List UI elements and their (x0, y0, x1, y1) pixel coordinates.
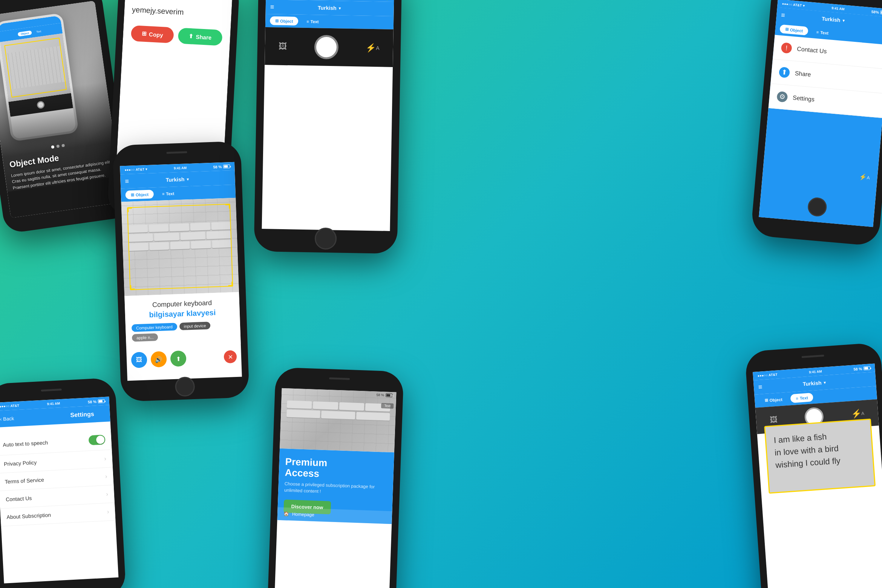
phone8-time: 9:41 AM (809, 369, 822, 374)
phone6-carrier: ●●●○○ AT&T (0, 404, 19, 409)
phone5-blue-bg: ≡ Turkish ▼ ⊞ Object ≡ Text (759, 8, 882, 227)
viewfinder (127, 204, 233, 290)
audio-icon-button[interactable]: 🔊 (150, 351, 167, 367)
subscription-label: About Subscription (6, 512, 51, 520)
copy-button[interactable]: ⊞ Copy (131, 25, 174, 43)
phone7-battery-text: 58 % (377, 393, 384, 397)
phone4-shutter-button[interactable] (314, 35, 338, 59)
phone3-home-button[interactable] (175, 377, 195, 397)
object-icon: ⊞ (131, 192, 134, 197)
chevron-right-icon-2: › (105, 473, 107, 480)
share-icon: ⬆ (188, 33, 194, 40)
phone5-menu-items: ! Contact Us ⬆ Share ⚙ Settings (769, 35, 882, 118)
word-chips: Computer keyboard input device apple n..… (132, 321, 234, 341)
tab-text[interactable]: ≡ Text (157, 189, 180, 198)
share-green-icon: ⬆ (176, 355, 181, 362)
share-menu-icon: ⬆ (779, 67, 790, 78)
chip-computer-keyboard[interactable]: Computer keyboard (132, 323, 177, 332)
phone8-carrier: ●●●○○ AT&T (758, 373, 778, 378)
phone4-home-button[interactable] (315, 227, 337, 250)
phone5-flash-label: A (867, 175, 870, 181)
copy-label: Copy (149, 31, 163, 38)
share-label: Share (196, 33, 212, 40)
poem-text: I am like a fish in love with a bird wis… (773, 428, 865, 471)
phone5-tab-text[interactable]: ≡ Text (811, 27, 834, 38)
phone5-tab-object[interactable]: ⊞ Object (779, 24, 808, 35)
translated-word: bilgisayar klavyesi (131, 308, 234, 320)
settings-icon: ⚙ (776, 91, 788, 103)
key (339, 402, 364, 410)
phone4-tab-text[interactable]: ≡ Text (301, 17, 324, 26)
contact-label: Contact Us (6, 495, 32, 502)
phone5-hamburger-icon[interactable]: ≡ (781, 11, 785, 19)
chip-apple[interactable]: apple n... (132, 333, 158, 341)
phone4-tab-bar: ⊞ Object ≡ Text (265, 14, 394, 29)
speech-toggle[interactable] (89, 435, 106, 445)
phone7-status-overlay: 58 % (377, 393, 393, 397)
share-button[interactable]: ⬆ Share (178, 28, 222, 46)
text-badge: Text (381, 403, 394, 409)
phone8-tab-text[interactable]: ≡ Text (790, 393, 814, 403)
gallery-control-icon[interactable]: 🖼 (279, 41, 287, 51)
phone5-tab-text-label: Text (820, 30, 829, 35)
flash-bolt-icon: ⚡ (366, 43, 376, 53)
share-icon-button[interactable]: ⬆ (170, 351, 186, 367)
phone-camera-large: ●●●○○ AT&T ▾ 9:41 AM 58% 🔋 ≡ Turkish ▼ ⊞… (254, 0, 402, 254)
phone5-object-icon: ⊞ (785, 27, 789, 32)
copy-icon: ⊞ (142, 30, 147, 37)
dot-2 (56, 144, 60, 148)
phone3-battery (223, 164, 230, 168)
back-label: Back (3, 415, 14, 421)
hamburger-icon[interactable]: ≡ (125, 177, 129, 185)
back-arrow-icon: ‹ (0, 416, 2, 422)
phone4-language: Turkish (318, 5, 337, 11)
flash-control-icon[interactable]: ⚡ A (366, 43, 380, 53)
phone5-battery: 58% (871, 9, 879, 14)
tab-object[interactable]: ⊞ Object (125, 190, 154, 199)
phone5-text-icon: ≡ (816, 30, 819, 35)
phone5-flash-icon[interactable]: ⚡ (859, 173, 867, 181)
homepage-item[interactable]: 🏠 Homepage (277, 507, 392, 524)
close-icon-button[interactable]: ✕ (224, 350, 237, 363)
phone5-nav-title: Turkish ▼ (821, 15, 846, 23)
back-button[interactable]: ‹ Back (0, 415, 14, 422)
gallery-icon-button[interactable]: 🖼 (131, 352, 147, 368)
phone4-tab-object[interactable]: ⊞ Object (270, 16, 299, 25)
phone7-keyboard-rows (286, 400, 390, 440)
chevron-right-icon: › (104, 455, 106, 462)
phone5-status-icons: 58% (871, 9, 882, 15)
phone8-tab-object-label: Object (769, 397, 782, 402)
settings-title: Settings (70, 411, 94, 419)
phone8-flash-bolt: ⚡ (851, 409, 862, 419)
phone3-speaker (166, 151, 187, 154)
phone5-language: Turkish (821, 15, 841, 23)
phone4-nav-title: Turkish ▼ (318, 5, 342, 11)
result-text: yemejy.severim (132, 5, 224, 19)
phone3-nav-title: Turkish ▼ (166, 176, 190, 183)
phone4-tab-object-label: Object (280, 18, 293, 23)
phone8-flash-icon[interactable]: ⚡ A (851, 409, 865, 419)
phone4-text-icon: ≡ (306, 19, 309, 23)
phone4-hamburger-icon[interactable]: ≡ (270, 3, 274, 11)
phone8-hamburger-icon[interactable]: ≡ (758, 383, 763, 391)
phone4-screen: ●●●○○ AT&T ▾ 9:41 AM 58% 🔋 ≡ Turkish ▼ ⊞… (262, 0, 394, 231)
phone7-keyboard-bg (280, 388, 396, 453)
phone-menu: ●●●○○ AT&T ▾ 9:41 AM 58% ≡ Turkish ▼ ⊞ (750, 0, 882, 247)
phone3-time: 9:41 AM (174, 166, 187, 170)
phone4-camera-controls: 🖼 ⚡ A (265, 27, 394, 67)
key-row (286, 409, 390, 421)
phone3-camera-view (121, 198, 239, 296)
phone8-dropdown-icon: ▼ (823, 380, 827, 385)
flash-auto-label: A (376, 45, 380, 51)
phone8-speaker (801, 355, 824, 358)
phone5-battery-bar (880, 11, 882, 15)
chevron-right-icon-3: › (106, 491, 108, 498)
chip-input-device[interactable]: input device (179, 322, 210, 330)
phone8-tab-object[interactable]: ⊞ Object (759, 395, 788, 405)
phone-side-button-right (107, 37, 111, 52)
phone-premium: 58 % Text Premium Access Choose a privil… (267, 367, 404, 588)
contact-us-label: Contact Us (797, 46, 827, 55)
translation-result: Computer keyboard bilgisayar klavyesi Co… (124, 292, 241, 348)
phone3-language: Turkish (166, 176, 185, 183)
phone8-gallery-icon[interactable]: 🖼 (770, 415, 778, 424)
